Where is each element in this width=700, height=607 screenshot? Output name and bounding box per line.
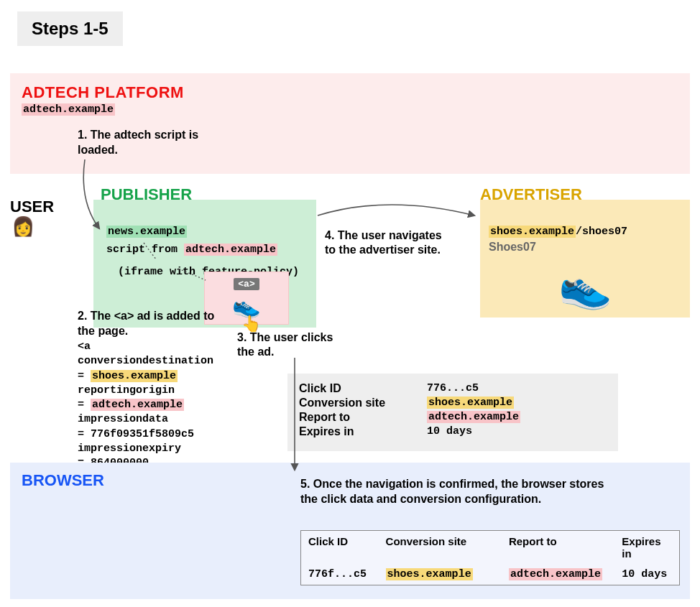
code-line: conversiondestination — [78, 354, 257, 369]
click-data-box: Click ID 776...c5 Conversion site shoes.… — [287, 374, 618, 451]
th-expires: Expires in — [614, 531, 679, 564]
code-line: impressionexpiry — [78, 442, 257, 456]
page-title-badge: Steps 1-5 — [17, 11, 123, 46]
adtech-domain-text: adtech.example — [22, 103, 115, 116]
adtech-domain: adtech.example — [22, 103, 678, 116]
user-heading: USER — [10, 198, 54, 216]
conversion-site-value: shoes.example — [427, 397, 514, 409]
publisher-domain-text: news.example — [106, 226, 187, 238]
step-2-text: 2. The <a> ad is added to the page. — [78, 309, 221, 339]
publisher-script-domain: adtech.example — [184, 244, 277, 256]
step-3-text: 3. The user clicks the ad. — [237, 330, 352, 360]
expires-label: Expires in — [299, 425, 421, 438]
th-report-to: Report to — [502, 531, 614, 564]
publisher-domain: news.example — [106, 226, 308, 238]
advertiser-panel: shoes.example/shoes07 Shoes07 👟 — [480, 200, 690, 318]
clickid-value: 776...c5 — [427, 382, 479, 395]
publisher-script-line: script from adtech.example — [106, 244, 308, 256]
a-tag-chip: <a> — [234, 278, 259, 290]
advertiser-path: /shoes07 — [576, 226, 627, 238]
advertiser-product-image: 👟 — [489, 261, 681, 312]
code-line: = 776f09351f5809c5 — [78, 427, 257, 442]
td-clickid: 776f...c5 — [301, 564, 379, 585]
report-to-label: Report to — [299, 411, 421, 424]
td-report-to: adtech.example — [502, 564, 614, 585]
shoe-icon: 👟 — [558, 261, 612, 312]
step-4-text: 4. The user navigates to the advertiser … — [325, 228, 454, 258]
user-icon: 👩 — [11, 216, 34, 238]
conversion-site-label: Conversion site — [299, 397, 421, 409]
code-line: = adtech.example — [78, 398, 257, 412]
code-line: <a — [78, 340, 257, 354]
advertiser-product-name: Shoes07 — [489, 241, 681, 254]
code-line: reportingorigin — [78, 384, 257, 398]
th-conversion-site: Conversion site — [379, 531, 502, 564]
td-conversion-site: shoes.example — [379, 564, 502, 585]
report-to-value: adtech.example — [427, 411, 520, 424]
code-line: = shoes.example — [78, 369, 257, 384]
ad-anchor-code: <a conversiondestination = shoes.example… — [78, 340, 257, 471]
browser-storage-table: Click ID Conversion site Report to Expir… — [300, 530, 680, 585]
expires-value: 10 days — [427, 425, 472, 438]
step-5-text: 5. Once the navigation is confirmed, the… — [300, 477, 609, 507]
advertiser-url: shoes.example/shoes07 — [489, 226, 681, 238]
adtech-panel: ADTECH PLATFORM adtech.example — [10, 73, 690, 174]
adtech-heading: ADTECH PLATFORM — [22, 83, 678, 102]
table-row: 776f...c5 shoes.example adtech.example 1… — [301, 564, 679, 585]
clickid-label: Click ID — [299, 382, 421, 395]
code-line: impressiondata — [78, 412, 257, 427]
advertiser-domain: shoes.example — [489, 226, 576, 238]
table-header-row: Click ID Conversion site Report to Expir… — [301, 531, 679, 564]
step-1-text: 1. The adtech script is loaded. — [78, 128, 221, 158]
td-expires: 10 days — [614, 564, 679, 585]
publisher-script-prefix: script from — [106, 244, 184, 256]
th-clickid: Click ID — [301, 531, 379, 564]
